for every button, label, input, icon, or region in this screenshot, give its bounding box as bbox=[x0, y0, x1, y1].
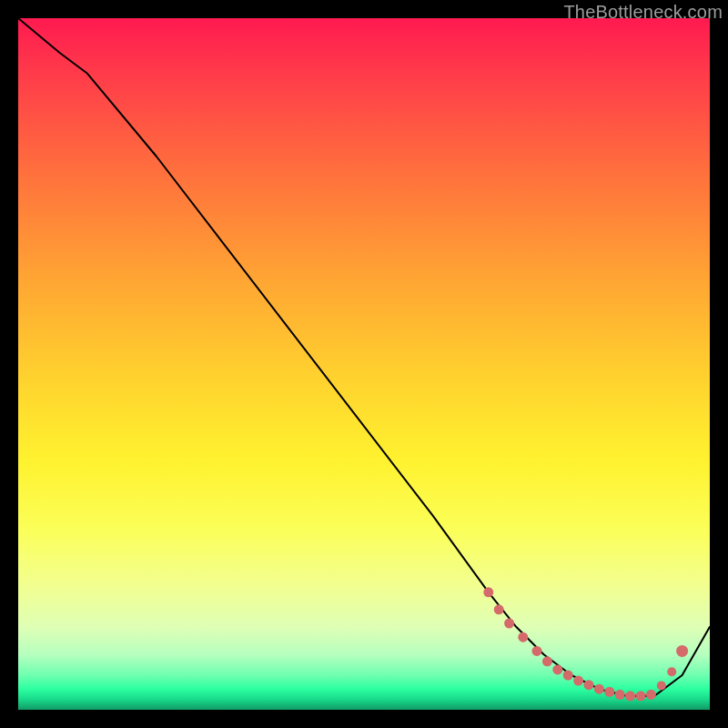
watermark-text: TheBottleneck.com bbox=[563, 2, 723, 23]
chart-marker bbox=[615, 690, 625, 700]
chart-svg-layer bbox=[18, 18, 710, 710]
chart-marker bbox=[494, 604, 504, 614]
chart-curve-line bbox=[18, 18, 710, 696]
chart-marker bbox=[483, 587, 493, 597]
chart-stage: TheBottleneck.com bbox=[0, 0, 728, 728]
chart-marker bbox=[646, 690, 656, 700]
chart-marker bbox=[563, 671, 573, 681]
chart-marker bbox=[584, 680, 594, 690]
chart-marker bbox=[532, 646, 542, 656]
chart-marker bbox=[604, 687, 614, 697]
chart-marker bbox=[504, 619, 514, 629]
chart-marker bbox=[676, 645, 688, 657]
chart-marker bbox=[625, 691, 635, 701]
chart-marker bbox=[657, 681, 666, 690]
chart-marker bbox=[573, 676, 583, 686]
chart-marker bbox=[552, 664, 562, 674]
chart-marker bbox=[594, 684, 604, 694]
chart-marker bbox=[542, 656, 552, 666]
chart-marker bbox=[667, 667, 676, 676]
chart-plot-area bbox=[18, 18, 710, 710]
chart-marker bbox=[518, 632, 528, 642]
chart-marker bbox=[636, 691, 646, 701]
chart-markers-group bbox=[483, 587, 688, 701]
